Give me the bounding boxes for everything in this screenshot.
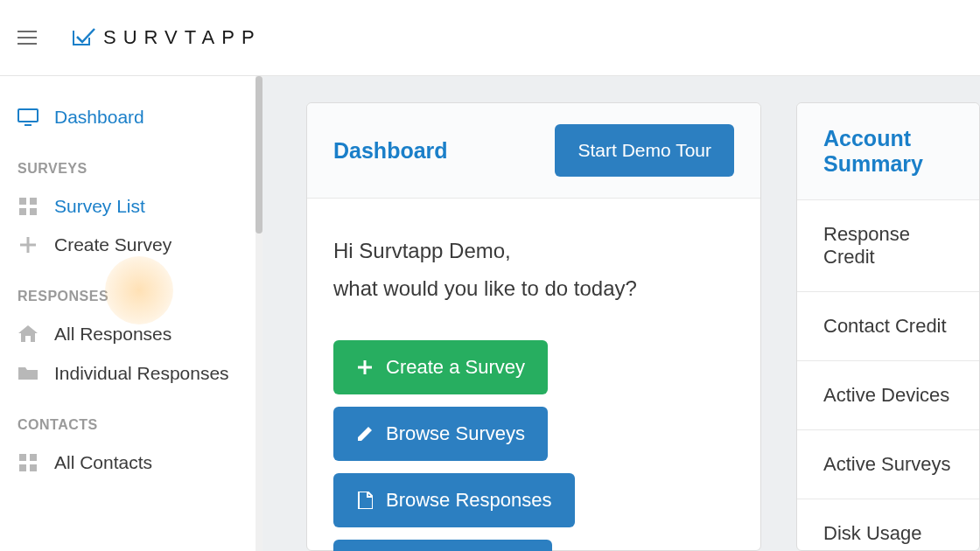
file-icon: [356, 492, 374, 509]
sidebar: Dashboard SURVEYS Survey List Create Sur…: [0, 76, 262, 551]
account-summary-card: Account Summary Response Credit Contact …: [796, 102, 980, 551]
grid-icon: [18, 454, 38, 471]
browse-surveys-button[interactable]: Browse Surveys: [333, 407, 548, 461]
browse-responses-button[interactable]: Browse Responses: [333, 473, 575, 527]
sidebar-label-create-survey: Create Survey: [54, 234, 172, 255]
sidebar-label-dashboard: Dashboard: [54, 107, 144, 128]
app-logo[interactable]: SURVTAPP: [72, 26, 262, 49]
manage-account-button[interactable]: Manage Account: [333, 540, 552, 551]
summary-item-disk-usage[interactable]: Disk Usage: [797, 499, 979, 551]
sidebar-item-create-survey[interactable]: Create Survey: [18, 226, 262, 264]
svg-rect-10: [19, 464, 26, 471]
svg-rect-0: [18, 109, 38, 122]
summary-item-active-surveys[interactable]: Active Surveys: [797, 430, 979, 499]
app-header: SURVTAPP: [0, 0, 980, 76]
logo-text: SURVTAPP: [103, 26, 262, 49]
hamburger-menu-icon[interactable]: [18, 31, 37, 45]
greeting-line-2: what would you like to do today?: [333, 269, 734, 307]
svg-rect-9: [30, 454, 37, 461]
sidebar-label-survey-list: Survey List: [54, 196, 145, 217]
dashboard-title: Dashboard: [333, 138, 448, 164]
summary-card-header: Account Summary: [797, 103, 979, 200]
dashboard-card: Dashboard Start Demo Tour Hi Survtapp De…: [306, 102, 761, 551]
sidebar-section-surveys: SURVEYS: [18, 161, 262, 177]
sidebar-item-all-contacts[interactable]: All Contacts: [18, 443, 262, 482]
create-a-survey-button[interactable]: Create a Survey: [333, 340, 548, 394]
grid-icon: [18, 198, 38, 215]
summary-item-contact-credit[interactable]: Contact Credit: [797, 292, 979, 361]
home-icon: [18, 325, 38, 343]
edit-icon: [356, 425, 374, 443]
sidebar-item-survey-list[interactable]: Survey List: [18, 187, 262, 226]
create-survey-label: Create a Survey: [386, 356, 525, 379]
browse-surveys-label: Browse Surveys: [386, 422, 525, 445]
summary-item-active-devices[interactable]: Active Devices: [797, 361, 979, 430]
greeting-line-1: Hi Survtapp Demo,: [333, 232, 734, 269]
greeting-text: Hi Survtapp Demo, what would you like to…: [333, 232, 734, 307]
start-demo-tour-button[interactable]: Start Demo Tour: [555, 124, 734, 177]
svg-rect-4: [19, 208, 26, 215]
sidebar-label-all-contacts: All Contacts: [54, 452, 152, 473]
folder-icon: [18, 365, 38, 382]
sidebar-scrollbar[interactable]: [256, 76, 262, 551]
sidebar-scrollbar-thumb[interactable]: [256, 76, 262, 234]
monitor-icon: [18, 108, 38, 126]
sidebar-item-individual-responses[interactable]: Individual Responses: [18, 353, 262, 393]
sidebar-label-all-responses: All Responses: [54, 324, 172, 345]
sidebar-label-individual-responses: Individual Responses: [54, 362, 229, 384]
plus-icon: [18, 236, 38, 254]
summary-item-response-credit[interactable]: Response Credit: [797, 200, 979, 292]
svg-rect-3: [30, 198, 37, 205]
sidebar-item-dashboard[interactable]: Dashboard: [18, 98, 262, 136]
sidebar-section-contacts: CONTACTS: [18, 417, 262, 433]
main-content: Dashboard Start Demo Tour Hi Survtapp De…: [262, 76, 980, 551]
summary-title: Account Summary: [823, 126, 953, 177]
browse-responses-label: Browse Responses: [386, 489, 552, 512]
svg-rect-8: [19, 454, 26, 461]
dashboard-card-header: Dashboard Start Demo Tour: [307, 103, 760, 199]
logo-checkmark-icon: [72, 27, 96, 48]
plus-icon: [356, 359, 374, 376]
svg-rect-11: [30, 464, 37, 471]
sidebar-section-responses: RESPONSES: [18, 289, 262, 304]
svg-rect-5: [30, 208, 37, 215]
summary-list: Response Credit Contact Credit Active De…: [797, 200, 979, 551]
sidebar-item-all-responses[interactable]: All Responses: [18, 315, 262, 353]
svg-rect-2: [19, 198, 26, 205]
